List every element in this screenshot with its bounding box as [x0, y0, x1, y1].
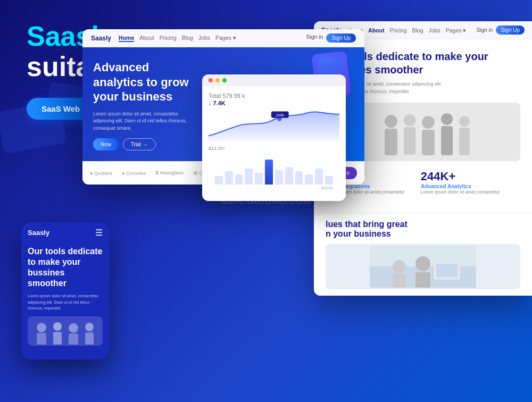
nav-link-jobs[interactable]: Jobs — [198, 35, 210, 42]
svg-point-24 — [53, 322, 62, 331]
right-link-blog[interactable]: Blog — [412, 27, 423, 34]
right-bottom-title: lues that bring greatn your business — [326, 220, 520, 239]
mobile-brand: Saasly — [28, 229, 49, 237]
right-link-pricing[interactable]: Pricing — [389, 27, 406, 34]
bar-10 — [305, 174, 313, 185]
mobile-mockup: Saasly ☰ Our tools dedicate to make your… — [21, 222, 109, 359]
svg-rect-13 — [459, 128, 470, 155]
mobile-body: Our tools dedicate to make your bussines… — [21, 241, 109, 355]
hamburger-icon[interactable]: ☰ — [95, 228, 103, 238]
mobile-team-svg — [31, 318, 100, 345]
analytics-total-label: Total 579.99 k — [209, 93, 339, 99]
desktop-trial-btn[interactable]: Trial → — [123, 138, 156, 150]
team-svg — [370, 105, 476, 158]
svg-point-18 — [393, 260, 405, 273]
bar-4 — [245, 169, 253, 185]
bar-1 — [215, 176, 223, 185]
nav-link-about[interactable]: About — [139, 35, 154, 42]
analytics-card: Total 579.99 k ↓ 7.4K 100k $12.3m — [202, 74, 346, 201]
mobile-subtitle: Lorem ipsum dolor sit amet, consectetur … — [28, 293, 103, 311]
svg-point-28 — [85, 323, 94, 331]
right-signin[interactable]: Sign in — [477, 27, 493, 33]
desktop-now-btn[interactable]: Now — [93, 138, 119, 150]
svg-rect-19 — [393, 274, 405, 288]
brand-strip-item: ● Quotient — [90, 171, 112, 176]
stat-num-2: 244K+ — [421, 170, 500, 183]
bar-2 — [225, 171, 233, 185]
bar-3 — [235, 174, 243, 185]
desktop-signup[interactable]: Sign Up — [326, 34, 356, 43]
svg-rect-7 — [404, 127, 415, 155]
nav-link-home[interactable]: Home — [119, 35, 134, 42]
svg-rect-21 — [436, 264, 458, 277]
svg-rect-25 — [53, 332, 62, 345]
right-bottom-section: lues that bring greatn your business — [314, 213, 532, 296]
bar-5 — [255, 173, 263, 185]
bar-9 — [295, 171, 303, 185]
nav-link-pricing[interactable]: Pricing — [160, 35, 177, 42]
window-dot-red — [209, 78, 213, 82]
stat-desc-2: Lorem ipsum dolor sit amet,consectetur — [421, 189, 500, 196]
nav-link-pages[interactable]: Pages ▾ — [215, 35, 236, 42]
right-signup[interactable]: Sign Up — [496, 26, 525, 35]
office-svg — [370, 245, 476, 288]
window-dot-yellow — [215, 78, 220, 82]
bar-8 — [285, 167, 293, 185]
svg-point-22 — [37, 323, 46, 332]
svg-rect-9 — [422, 130, 435, 155]
svg-text:100k: 100k — [276, 113, 285, 118]
svg-rect-29 — [85, 332, 94, 345]
chart-scale-label: $100k — [215, 186, 333, 190]
bar-12 — [325, 176, 333, 185]
svg-rect-11 — [441, 126, 453, 155]
svg-point-8 — [422, 116, 435, 129]
analytics-value-label: $12.3m — [209, 146, 339, 151]
bar-highlight — [265, 160, 273, 185]
analytics-topbar — [202, 74, 346, 86]
mobile-team-image — [28, 316, 103, 346]
svg-point-26 — [69, 323, 78, 333]
svg-rect-17 — [415, 272, 430, 288]
svg-point-12 — [459, 116, 470, 127]
right-link-jobs[interactable]: Jobs — [429, 27, 440, 34]
svg-point-16 — [415, 256, 430, 271]
svg-point-10 — [441, 113, 453, 125]
desktop-nav-links: Home About Pricing Blog Jobs Pages ▾ — [119, 35, 236, 42]
bar-chart-area: $100k — [209, 151, 339, 195]
svg-point-4 — [385, 115, 397, 128]
bar-7 — [275, 170, 283, 185]
right-bottom-image — [326, 244, 520, 289]
svg-rect-5 — [385, 129, 397, 155]
desktop-signin[interactable]: Sign in — [306, 34, 323, 43]
rm-stat-analytics: 244K+ Advanced Analytics Lorem ipsum dol… — [421, 170, 500, 196]
right-link-pages[interactable]: Pages ▾ — [446, 27, 467, 34]
svg-point-6 — [404, 114, 415, 126]
brand-strip-item: ● Circooles — [122, 171, 146, 176]
line-chart-svg: 100k — [209, 106, 339, 144]
bar-chart-row — [215, 155, 333, 185]
desktop-nav-actions: Sign in Sign Up — [306, 34, 356, 43]
svg-rect-27 — [69, 333, 78, 345]
right-nav-links: Home About Pricing Blog Jobs Pages ▾ — [348, 27, 466, 34]
desktop-mockup-nav: Saasly Home About Pricing Blog Jobs Page… — [82, 29, 364, 47]
desktop-hero-subtitle: Lorem ipsum dolor sit amet, consectetur … — [93, 111, 189, 132]
nav-link-blog[interactable]: Blog — [182, 35, 193, 42]
desktop-hero-title: Advanced analytics to grow your business — [93, 60, 200, 104]
stat-label-2: Advanced Analytics — [421, 183, 500, 189]
desktop-brand: Saasly — [91, 35, 111, 42]
analytics-body: Total 579.99 k ↓ 7.4K 100k $12.3m — [202, 86, 346, 201]
right-nav-actions: Sign in Sign Up — [477, 26, 525, 35]
svg-rect-23 — [37, 333, 46, 345]
window-dot-green — [222, 78, 227, 82]
hourglass-brand: ⧗ Hourglass — [155, 170, 184, 176]
mobile-nav: Saasly ☰ — [21, 222, 109, 241]
right-link-about[interactable]: About — [368, 27, 384, 34]
mobile-title: Our tools dedicate to make your bussines… — [28, 246, 103, 289]
bar-11 — [315, 169, 323, 185]
analytics-change-neg: ↓ 7.4K — [209, 100, 226, 106]
